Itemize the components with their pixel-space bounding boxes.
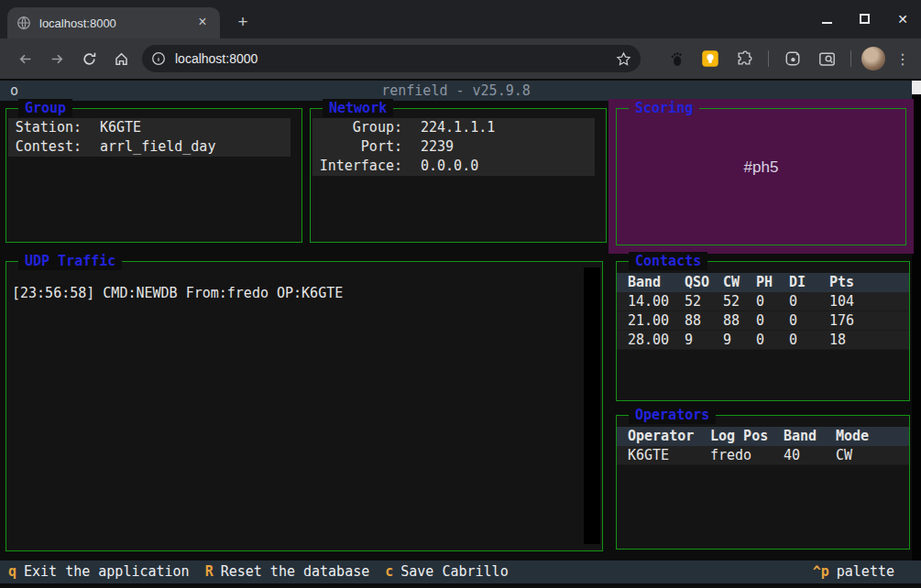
udp-traffic-panel: UDP Traffic [23:56:58] CMD:NEWDB From:fr… (5, 261, 603, 551)
contacts-row[interactable]: 21.00888800176 (617, 311, 909, 331)
extensions-puzzle-icon[interactable] (730, 45, 758, 72)
page-title: renfield - v25.9.8 (381, 82, 531, 99)
udp-scrollbar[interactable] (584, 267, 600, 544)
browser-tab[interactable]: localhost:8000 × (7, 7, 220, 38)
field-row: Station:K6GTE (8, 118, 291, 137)
contacts-cell: 0 (789, 331, 829, 349)
operators-panel: Operators OperatorLog PosBandModeK6GTEfr… (616, 415, 910, 550)
contacts-panel: Contacts BandQSOCWPHDIPts14.005252001042… (616, 261, 910, 401)
contacts-column-header: PH (756, 273, 789, 292)
globe-icon (16, 16, 31, 30)
footer-key: c (385, 563, 393, 580)
operators-column-header: Band (784, 427, 836, 446)
footer-label: Reset the database (221, 563, 370, 580)
footer-binding-c[interactable]: cSave Cabrillo (385, 561, 508, 583)
footer-key: ^p (813, 563, 829, 580)
window-controls: ✕ (822, 0, 908, 38)
page-scrollbar-thumb[interactable] (912, 81, 921, 94)
contacts-cell: 88 (723, 311, 756, 330)
contacts-cell: 104 (829, 292, 884, 310)
field-value: K6GTE (100, 118, 141, 137)
footer-palette-binding[interactable]: ^ppalette (813, 561, 894, 583)
contacts-cell: 176 (829, 311, 884, 330)
field-row: Interface:0.0.0.0 (312, 157, 595, 176)
maximize-button[interactable] (860, 11, 870, 27)
contacts-cell: 14.00 (628, 292, 685, 310)
gnome-extension-icon[interactable] (663, 45, 690, 72)
contacts-table: BandQSOCWPHDIPts14.0052520010421.0088880… (617, 273, 909, 350)
field-row: Port:2239 (312, 137, 595, 157)
footer-binding-R[interactable]: RReset the database (205, 561, 370, 583)
network-fields: Group:224.1.1.1Port:2239Interface:0.0.0.… (311, 118, 606, 176)
operators-column-header: Log Pos (710, 427, 784, 446)
site-info-icon[interactable] (151, 51, 166, 66)
operators-row[interactable]: K6GTEfredo40CW (617, 446, 909, 465)
contacts-cell: 21.00 (628, 311, 685, 330)
contacts-row[interactable]: 14.00525200104 (617, 292, 909, 311)
footer-key: R (205, 563, 214, 580)
contacts-cell: 52 (685, 292, 723, 310)
contacts-cell: 9 (723, 331, 756, 349)
operators-cell: 40 (784, 446, 836, 464)
address-text[interactable]: localhost:8000 (175, 51, 616, 66)
contacts-row[interactable]: 28.00990018 (617, 331, 909, 350)
field-label: Group: (318, 118, 402, 137)
side-panel-search-icon[interactable] (813, 45, 840, 72)
keep-extension-icon[interactable] (696, 45, 724, 72)
contacts-cell: 0 (756, 311, 789, 330)
contacts-column-header: Band (628, 273, 685, 292)
footer-label: palette (837, 563, 894, 580)
footer-bar: qExit the applicationRReset the database… (0, 561, 921, 583)
udp-traffic-panel-title: UDP Traffic (18, 252, 122, 270)
forward-button[interactable] (41, 43, 73, 74)
browser-toolbar: localhost:8000 (0, 38, 921, 79)
contacts-cell: 28.00 (628, 331, 685, 349)
tab-close-icon[interactable]: × (194, 15, 211, 31)
avatar[interactable] (861, 47, 885, 71)
lens-icon[interactable] (779, 45, 806, 72)
minimize-button[interactable] (822, 11, 832, 27)
command-palette-button[interactable]: o (10, 81, 18, 101)
reload-icon (82, 51, 97, 67)
field-value: 2239 (421, 137, 454, 157)
home-button[interactable] (105, 43, 137, 74)
scoring-panel-title: Scoring (629, 99, 699, 117)
close-window-button[interactable]: ✕ (897, 13, 908, 26)
contacts-header-row: BandQSOCWPHDIPts (617, 273, 909, 292)
contacts-column-header: DI (789, 273, 829, 292)
tab-strip: localhost:8000 × + ✕ (0, 0, 921, 38)
new-tab-button[interactable]: + (231, 10, 255, 34)
tab-title: localhost:8000 (39, 16, 194, 30)
contacts-column-header: QSO (685, 273, 723, 292)
field-label: Interface: (318, 157, 402, 176)
toolbar-extensions: ⋮ (663, 38, 914, 79)
scoring-panel: Scoring #ph5 (616, 108, 906, 245)
renfield-app: o renfield - v25.9.8 Group Station:K6GTE… (0, 79, 921, 588)
menu-kebab-icon[interactable]: ⋮ (892, 50, 914, 68)
bookmark-star-icon[interactable] (616, 51, 631, 67)
contacts-cell: 88 (685, 311, 723, 330)
contacts-cell: 52 (723, 292, 756, 310)
toolbar-separator (768, 50, 769, 67)
footer-binding-q[interactable]: qExit the application (8, 561, 190, 583)
operators-column-header: Mode (836, 427, 891, 446)
field-row: Contest:arrl_field_day (8, 137, 291, 157)
address-bar[interactable]: localhost:8000 (142, 45, 641, 72)
field-value: 224.1.1.1 (421, 118, 495, 137)
back-button[interactable] (9, 43, 41, 74)
reload-button[interactable] (73, 43, 105, 74)
forward-icon (49, 51, 65, 67)
toolbar-separator (850, 50, 851, 67)
operators-column-header: Operator (628, 427, 710, 446)
field-label: Station: (14, 118, 82, 137)
udp-log: [23:56:58] CMD:NEWDB From:fredo OP:K6GTE (12, 284, 576, 302)
operators-cell: CW (836, 446, 891, 464)
home-icon (114, 51, 129, 67)
network-panel: Network Group:224.1.1.1Port:2239Interfac… (310, 108, 607, 243)
contacts-cell: 9 (685, 331, 723, 349)
udp-log-line: [23:56:58] CMD:NEWDB From:fredo OP:K6GTE (12, 284, 576, 302)
contacts-cell: 0 (789, 292, 829, 310)
field-row: Group:224.1.1.1 (312, 118, 595, 137)
contacts-cell: 0 (756, 331, 789, 349)
app-header: o renfield - v25.9.8 (0, 81, 912, 101)
